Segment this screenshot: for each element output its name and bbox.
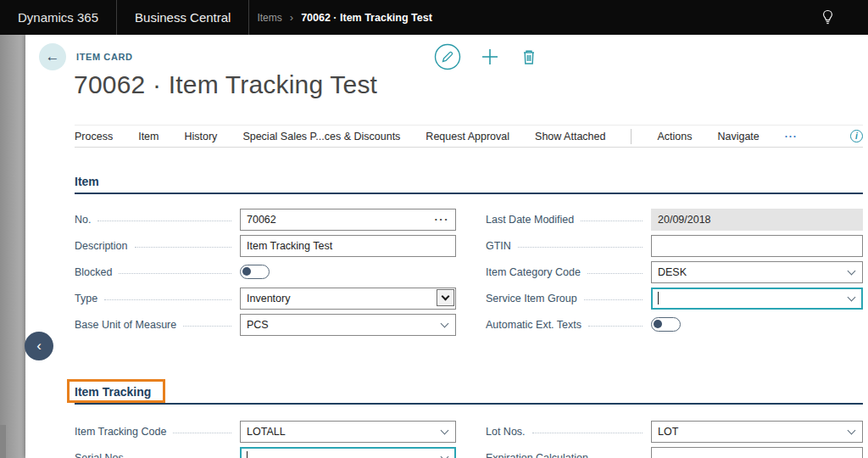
field-row-expiration-calculation: Expiration Calculation: [486, 444, 863, 458]
dotted-leader: [588, 326, 643, 327]
field-value: 20/09/2018: [658, 214, 711, 226]
section-title-text: Item: [75, 175, 99, 188]
breadcrumb-parent[interactable]: Items: [257, 12, 281, 24]
field-row-base-uom: Base Unit of Measure PCS: [75, 311, 456, 338]
card-header: ← ITEM CARD 70062 · Item Tracking Test: [25, 35, 868, 125]
app-launcher[interactable]: Dynamics 365: [0, 0, 117, 35]
item-card-page: ← ITEM CARD 70062 · Item Tracking Test: [25, 35, 868, 458]
service-item-group-combo[interactable]: [651, 288, 863, 310]
more-options-icon[interactable]: ···: [785, 131, 798, 142]
no-field[interactable]: 70062 ···: [240, 209, 456, 231]
menu-item-navigate[interactable]: Navigate: [717, 131, 759, 142]
type-select[interactable]: Inventory: [240, 288, 456, 310]
serial-nos-combo[interactable]: [240, 447, 456, 458]
tracking-fields-grid: Item Tracking Code LOTALL Serial Nos.: [75, 418, 868, 458]
app-window: Dynamics 365 Business Central Items › 70…: [0, 0, 868, 458]
menu-item-history[interactable]: History: [184, 131, 217, 142]
text-cursor: [658, 292, 659, 304]
blocked-toggle[interactable]: [240, 261, 456, 283]
dotted-leader: [518, 247, 643, 248]
toggle-knob: [242, 267, 251, 276]
tracking-fields-right-column: Lot Nos. LOT Expiration Calculation: [486, 418, 863, 458]
product-switcher[interactable]: Business Central: [117, 0, 249, 35]
field-row-automatic-ext-texts: Automatic Ext. Texts: [486, 311, 863, 338]
menu-item-item[interactable]: Item: [138, 131, 159, 142]
dotted-leader: [135, 247, 231, 248]
section-header-item-tracking[interactable]: Item Tracking: [75, 385, 863, 405]
automatic-ext-texts-toggle[interactable]: [651, 314, 863, 336]
text-cursor: [247, 451, 248, 458]
field-row-item-tracking-code: Item Tracking Code LOTALL: [75, 418, 456, 444]
last-date-modified-field: 20/09/2018: [651, 209, 863, 231]
menu-item-actions[interactable]: Actions: [657, 131, 692, 142]
toggle-off[interactable]: [240, 265, 270, 279]
menu-item-special-sales[interactable]: Special Sales P...ces & Discounts: [242, 131, 400, 142]
dotted-leader: [97, 221, 231, 221]
field-label: Type: [75, 293, 97, 304]
card-type-label: ITEM CARD: [76, 52, 133, 62]
page-title: 70062 · Item Tracking Test: [74, 70, 377, 99]
field-label: Expiration Calculation: [486, 452, 588, 458]
app-title: Dynamics 365: [18, 10, 98, 25]
field-label: Lot Nos.: [486, 426, 526, 438]
chevron-down-icon[interactable]: [848, 266, 856, 275]
field-row-gtin: GTIN: [486, 232, 863, 259]
lot-nos-combo[interactable]: LOT: [651, 421, 863, 443]
menu-item-request-approval[interactable]: Request Approval: [426, 131, 509, 142]
toggle-off[interactable]: [651, 317, 681, 332]
action-ribbon: Process Item History Special Sales P...c…: [75, 125, 863, 148]
field-row-lot-nos: Lot Nos. LOT: [486, 418, 863, 444]
dotted-leader: [183, 326, 231, 327]
item-category-code-combo[interactable]: DESK: [651, 261, 863, 283]
delete-button[interactable]: [520, 47, 538, 66]
assist-edit-icon[interactable]: ···: [435, 209, 450, 231]
field-row-last-date-modified: Last Date Modified 20/09/2018: [486, 206, 863, 232]
field-value: DESK: [658, 266, 687, 278]
field-label: Automatic Ext. Texts: [486, 319, 581, 331]
field-value: PCS: [247, 319, 269, 331]
previous-record-button[interactable]: ‹: [25, 332, 53, 360]
new-button[interactable]: [480, 47, 500, 67]
field-value: Item Tracking Test: [247, 240, 332, 252]
field-label: Description: [75, 240, 128, 252]
section-header-item[interactable]: Item: [75, 175, 863, 194]
gutter-scroll-shade: [0, 425, 6, 458]
back-button[interactable]: ←: [39, 43, 66, 70]
menu-divider: [631, 129, 632, 144]
page-left-gutter: [0, 35, 25, 458]
chevron-down-icon[interactable]: [441, 426, 449, 434]
item-fields-left-column: No. 70062 ··· Description Item Tracking …: [75, 206, 456, 338]
chevron-down-icon[interactable]: [441, 452, 449, 458]
field-label: Blocked: [75, 266, 112, 278]
field-label: No.: [75, 214, 91, 226]
dotted-leader: [173, 433, 231, 433]
menu-item-process[interactable]: Process: [75, 131, 113, 142]
expiration-calculation-field[interactable]: [651, 447, 863, 458]
item-fields-right-column: Last Date Modified 20/09/2018 GTIN: [486, 206, 863, 338]
field-label: Last Date Modified: [486, 214, 574, 226]
breadcrumb: Items › 70062 · Item Tracking Test: [249, 0, 431, 35]
chevron-left-icon: ‹: [36, 338, 42, 355]
edit-button[interactable]: [434, 43, 461, 70]
info-icon[interactable]: i: [850, 130, 863, 142]
chevron-down-icon[interactable]: [848, 293, 856, 301]
field-value: 70062: [247, 214, 276, 226]
item-tracking-code-combo[interactable]: LOTALL: [240, 421, 456, 443]
gtin-field[interactable]: [651, 235, 863, 257]
chevron-down-icon[interactable]: [441, 319, 449, 327]
menu-item-show-attached[interactable]: Show Attached: [535, 131, 605, 142]
field-row-item-category-code: Item Category Code DESK: [486, 259, 863, 285]
field-value: LOT: [658, 426, 678, 438]
field-row-type: Type Inventory: [75, 285, 456, 311]
chevron-down-icon[interactable]: [848, 426, 856, 434]
lightbulb-icon[interactable]: [821, 9, 834, 26]
select-dropdown-button[interactable]: [437, 289, 454, 306]
tracking-fields-left-column: Item Tracking Code LOTALL Serial Nos.: [75, 418, 456, 458]
dotted-leader: [584, 299, 643, 300]
base-unit-of-measure-combo[interactable]: PCS: [240, 314, 456, 336]
description-field[interactable]: Item Tracking Test: [240, 235, 456, 257]
field-row-serial-nos: Serial Nos.: [75, 444, 456, 458]
top-navigation-bar: Dynamics 365 Business Central Items › 70…: [0, 0, 868, 35]
topbar-right-actions: [821, 0, 868, 35]
breadcrumb-separator-icon: ›: [290, 11, 293, 24]
